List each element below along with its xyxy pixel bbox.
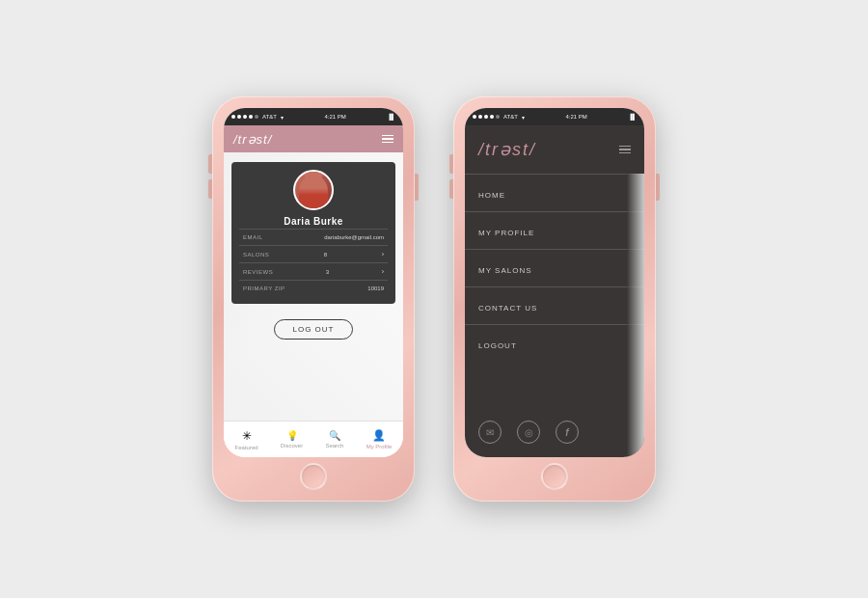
logout-button[interactable]: LOG OUT <box>274 319 352 340</box>
menu-my-profile-label: MY PROFILE <box>478 229 534 237</box>
email-icon: ✉ <box>486 427 494 438</box>
power-button <box>415 174 419 201</box>
search-label: Search <box>325 443 343 448</box>
email-value: dariaburke@gmail.com <box>324 234 384 240</box>
hamburger-menu-button[interactable] <box>382 135 393 144</box>
app-logo: /trəst/ <box>233 132 272 147</box>
tab-search[interactable]: 🔍 Search <box>325 430 343 448</box>
phone1-device: AT&T ▾ 4:21 PM ▐▌ /trəst/ <box>212 96 415 502</box>
reviews-chevron-icon: › <box>382 268 384 275</box>
search-icon: 🔍 <box>329 430 340 441</box>
salons-chevron-icon: › <box>382 251 384 258</box>
email-social-button[interactable]: ✉ <box>478 421 502 444</box>
tab-my-profile[interactable]: 👤 My Profile <box>366 429 393 449</box>
phone2-screen: AT&T ▾ 4:21 PM ▐▌ /trəst/ <box>465 108 644 457</box>
reviews-value: 3 <box>326 269 329 275</box>
phone2-app-content: /trəst/ HOME MY PROFILE <box>465 125 644 457</box>
phone2-volume-down-button <box>449 179 453 199</box>
menu-home-label: HOME <box>478 191 505 200</box>
menu-item-home[interactable]: HOME <box>465 174 644 211</box>
avatar <box>293 170 334 210</box>
instagram-social-button[interactable]: ◎ <box>517 421 540 444</box>
phone1-content: /trəst/ <box>224 125 403 457</box>
phone2-app-logo: /trəst/ <box>478 139 536 160</box>
volume-down-button <box>208 179 212 199</box>
phone2-wifi-icon: ▾ <box>522 114 525 121</box>
phone2-app-header: /trəst/ <box>465 125 644 174</box>
phone2-device: AT&T ▾ 4:21 PM ▐▌ /trəst/ <box>453 96 656 502</box>
menu-item-my-salons[interactable]: MY SALONS <box>465 249 644 286</box>
facebook-icon: f <box>565 427 568 438</box>
salons-label: SALONS <box>243 252 269 258</box>
zip-row: PRIMARY ZIP 10019 <box>239 280 388 296</box>
menu-my-salons-label: MY SALONS <box>478 266 532 275</box>
phone2-home-button[interactable] <box>541 463 568 490</box>
navigation-menu: HOME MY PROFILE MY SALONS CONTACT US LOG… <box>465 174 644 457</box>
menu-item-my-profile[interactable]: MY PROFILE <box>465 211 644 249</box>
battery-label: ▐▌ <box>387 114 395 120</box>
menu-item-logout[interactable]: LOGOUT <box>465 324 644 362</box>
facebook-social-button[interactable]: f <box>556 421 579 444</box>
status-bar: AT&T ▾ 4:21 PM ▐▌ <box>224 108 403 125</box>
profile-card: Daria Burke EMAIL dariaburke@gmail.com S… <box>231 162 395 304</box>
profile-name: Daria Burke <box>284 216 343 227</box>
instagram-icon: ◎ <box>525 427 533 438</box>
peek-overlay <box>627 174 644 457</box>
status-right: ▐▌ <box>387 114 395 120</box>
tab-featured[interactable]: ✳ Featured <box>235 429 258 450</box>
phone2-power-button <box>656 174 660 201</box>
profile-page: Daria Burke EMAIL dariaburke@gmail.com S… <box>224 152 403 421</box>
phone2-volume-up-button <box>449 154 453 174</box>
time-display: 4:21 PM <box>325 114 346 120</box>
phone2-time-display: 4:21 PM <box>566 114 587 120</box>
email-label: EMAIL <box>243 234 263 240</box>
salons-row[interactable]: SALONS 8 › <box>239 245 388 262</box>
phone2-battery-label: ▐▌ <box>628 114 637 120</box>
tab-discover[interactable]: 💡 Discover <box>281 430 303 448</box>
salons-value: 8 <box>324 252 327 258</box>
my-profile-icon: 👤 <box>372 429 386 442</box>
reviews-row[interactable]: REVIEWS 3 › <box>239 262 388 280</box>
status-left: AT&T ▾ <box>231 114 284 121</box>
discover-icon: 💡 <box>286 430 298 441</box>
phone2-status-bar: AT&T ▾ 4:21 PM ▐▌ <box>465 108 644 125</box>
menu-contact-us-label: CONTACT US <box>478 304 537 313</box>
wifi-icon: ▾ <box>281 114 284 121</box>
phone2-hamburger-menu-button[interactable] <box>619 146 631 154</box>
phone2-status-left: AT&T ▾ <box>473 114 525 121</box>
carrier-label: AT&T <box>262 114 277 120</box>
social-links: ✉ ◎ f <box>465 407 644 457</box>
tab-bar: ✳ Featured 💡 Discover 🔍 Search 👤 My Prof… <box>224 421 403 457</box>
zip-value: 10019 <box>367 285 384 291</box>
phone2-status-right: ▐▌ <box>628 114 637 120</box>
volume-up-button <box>208 154 212 174</box>
phone1-screen: AT&T ▾ 4:21 PM ▐▌ /trəst/ <box>224 108 403 457</box>
phone2-carrier-label: AT&T <box>503 114 518 120</box>
reviews-label: REVIEWS <box>243 269 273 275</box>
menu-logout-label: LOGOUT <box>478 341 517 350</box>
featured-label: Featured <box>235 445 258 450</box>
zip-label: PRIMARY ZIP <box>243 285 285 291</box>
my-profile-label: My Profile <box>366 444 393 449</box>
featured-icon: ✳ <box>242 429 252 443</box>
app-header: /trəst/ <box>224 125 403 152</box>
discover-label: Discover <box>281 443 303 448</box>
home-button[interactable] <box>300 463 327 490</box>
menu-item-contact-us[interactable]: CONTACT US <box>465 286 644 324</box>
email-row: EMAIL dariaburke@gmail.com <box>239 229 388 245</box>
